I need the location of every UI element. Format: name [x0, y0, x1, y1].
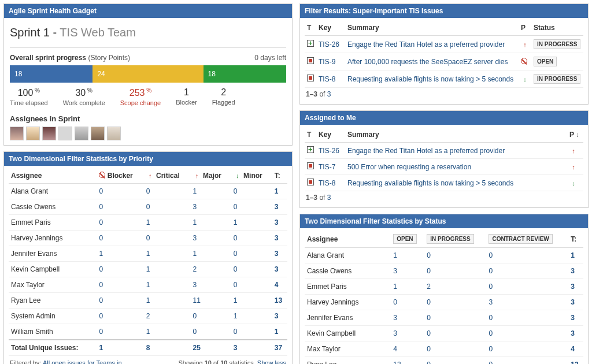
table-row[interactable]: Max Taylor4004: [305, 341, 583, 357]
sprint-health-gadget: Agile Sprint Health Gadget Sprint 1 - TI…: [3, 3, 293, 146]
table-row[interactable]: Ryan Lee0111113: [9, 293, 287, 309]
table-row[interactable]: TIS-8Requesting avaliable flights is now…: [305, 70, 583, 88]
table-row[interactable]: TIS-9After 100,000 requests the SeeSpace…: [305, 53, 583, 70]
issue-summary-link[interactable]: After 100,000 requests the SeeSpaceEZ se…: [347, 58, 508, 66]
metrics-row: 100 %Time elapsed30 %Work complete253 %S…: [10, 87, 286, 106]
type-icon: [307, 179, 314, 185]
gadget-header[interactable]: Two Dimensional Filter Statistics by Sta…: [300, 214, 588, 228]
priority-up-icon: ↑: [521, 40, 529, 49]
assigned-to-me-gadget: Assigned to Me TKeySummaryP ↓TIS-26Engag…: [299, 110, 589, 208]
avatar[interactable]: [42, 127, 56, 140]
gadget-header[interactable]: Assigned to Me: [300, 111, 588, 125]
gadget-footer: Filtered by: All open issues for Teams i…: [9, 356, 287, 364]
type-icon: [307, 162, 314, 169]
table-row[interactable]: Emmet Paris1203: [305, 279, 583, 295]
progress-segment: 18: [204, 65, 286, 83]
priority-up-icon: ↑: [193, 172, 201, 180]
table-row[interactable]: Cassie Owens00303: [9, 199, 287, 215]
total-row: Total Unique Issues:1825337: [9, 340, 287, 356]
table-row[interactable]: Alana Grant00101: [9, 184, 287, 199]
overall-progress-label: Overall sprint progress (Story Points): [10, 54, 130, 62]
issue-key-link[interactable]: TIS-8: [319, 75, 335, 83]
priority-down-icon: ↓: [569, 179, 578, 187]
issue-key-link[interactable]: TIS-9: [319, 58, 335, 66]
table-row[interactable]: Ryan Lee130013: [305, 357, 583, 365]
issue-key-link[interactable]: TIS-26: [319, 147, 339, 155]
issue-key-link[interactable]: TIS-7: [319, 163, 335, 171]
days-left-label: 0 days left: [254, 54, 286, 62]
type-icon: [307, 146, 314, 153]
gadget-header[interactable]: Two Dimensional Filter Statistics by Pri…: [4, 152, 292, 166]
table-row[interactable]: TIS-8Requesting avaliable flights is now…: [305, 175, 583, 191]
gadget-header[interactable]: Agile Sprint Health Gadget: [4, 4, 292, 18]
table-row[interactable]: Max Taylor01304: [9, 277, 287, 293]
sprint-name: Sprint 1: [10, 26, 50, 39]
metric: 253 %Scope change: [120, 87, 161, 106]
table-row[interactable]: Jennifer Evans11103: [9, 246, 287, 262]
issue-key-link[interactable]: TIS-26: [319, 40, 339, 49]
table-row[interactable]: Alana Grant1001: [305, 248, 583, 263]
type-icon: [307, 75, 314, 81]
metric: 30 %Work complete: [63, 87, 105, 106]
issue-summary-link[interactable]: Requesting avaliable flights is now taki…: [347, 179, 513, 187]
assigned-to-me-table: TKeySummaryP ↓TIS-26Engage the Red Titan…: [305, 127, 583, 191]
priority-up-icon: ↑: [569, 163, 578, 171]
gadget-header[interactable]: Filter Results: Super-Important TIS Issu…: [300, 4, 588, 18]
team-name: TIS Web Team: [60, 26, 136, 39]
avatars-row: [10, 127, 286, 140]
stats-priority-table: Assignee Blocker↑ Critical↑ Major↓ Minor…: [9, 168, 287, 356]
filter-results-gadget: Filter Results: Super-Important TIS Issu…: [299, 3, 589, 105]
metric: 1Blocker: [176, 87, 197, 106]
issue-summary-link[interactable]: Engage the Red Titan Hotel as a preferre…: [347, 147, 505, 155]
avatar[interactable]: [10, 127, 24, 140]
progress-segment: 18: [10, 65, 92, 83]
avatar[interactable]: [26, 127, 40, 140]
type-icon: [307, 40, 314, 47]
avatar[interactable]: [107, 127, 121, 140]
blocker-icon: [99, 172, 105, 178]
assignees-heading: Assignees in Sprint: [10, 114, 286, 123]
table-row[interactable]: Cassie Owens3003: [305, 263, 583, 279]
table-row[interactable]: TIS-7500 Error when requesting a reserva…: [305, 159, 583, 175]
avatar[interactable]: [91, 127, 105, 140]
status-badge: CONTRACT REVIEW: [489, 234, 552, 244]
issue-summary-link[interactable]: 500 Error when requesting a reservation: [347, 163, 471, 171]
priority-up-icon: ↑: [569, 147, 578, 155]
avatar[interactable]: [58, 127, 72, 140]
blocker-icon: [521, 58, 527, 64]
table-row[interactable]: Jennifer Evans3003: [305, 310, 583, 326]
stats-status-table: AssigneeOPENIN PROGRESSCONTRACT REVIEWT:…: [305, 231, 583, 364]
issue-summary-link[interactable]: Requesting avaliable flights is now taki…: [347, 75, 513, 83]
table-row[interactable]: System Admin02013: [9, 309, 287, 324]
filter-results-table: TKeySummaryPStatusTIS-26Engage the Red T…: [305, 20, 583, 88]
issue-key-link[interactable]: TIS-8: [319, 179, 335, 187]
table-row[interactable]: TIS-26Engage the Red Titan Hotel as a pr…: [305, 143, 583, 159]
table-row[interactable]: William Smith01001: [9, 324, 287, 340]
progress-segment: 24: [92, 65, 203, 83]
page-count: 1–3 of 3: [305, 191, 583, 204]
priority-down-icon: ↓: [521, 75, 529, 83]
status-badge: OPEN: [534, 57, 557, 66]
sprint-title: Sprint 1 - TIS Web Team: [10, 26, 286, 39]
table-row[interactable]: Harvey Jennings00303: [9, 231, 287, 246]
metric: 2Flagged: [212, 87, 235, 106]
metric: 100 %Time elapsed: [10, 87, 48, 106]
stats-status-gadget: Two Dimensional Filter Statistics by Sta…: [299, 214, 589, 364]
priority-down-icon: ↓: [234, 172, 242, 180]
table-row[interactable]: Kevin Campbell3003: [305, 326, 583, 341]
avatar[interactable]: [75, 127, 88, 140]
table-row[interactable]: Emmet Paris01113: [9, 215, 287, 231]
status-badge: IN PROGRESS: [427, 234, 473, 244]
filter-link[interactable]: All open issues for Teams in…: [43, 359, 128, 364]
table-row[interactable]: TIS-26Engage the Red Titan Hotel as a pr…: [305, 36, 583, 53]
issue-summary-link[interactable]: Engage the Red Titan Hotel as a preferre…: [347, 40, 505, 49]
progress-bar: 182418: [10, 65, 286, 83]
table-row[interactable]: Harvey Jennings0033: [305, 295, 583, 310]
stats-priority-gadget: Two Dimensional Filter Statistics by Pri…: [3, 151, 293, 364]
status-badge: OPEN: [393, 234, 416, 244]
priority-up-icon: ↑: [146, 172, 154, 180]
show-less-link[interactable]: Show less: [257, 359, 286, 364]
type-icon: [307, 57, 314, 64]
status-badge: IN PROGRESS: [534, 39, 580, 49]
table-row[interactable]: Kevin Campbell01203: [9, 262, 287, 277]
